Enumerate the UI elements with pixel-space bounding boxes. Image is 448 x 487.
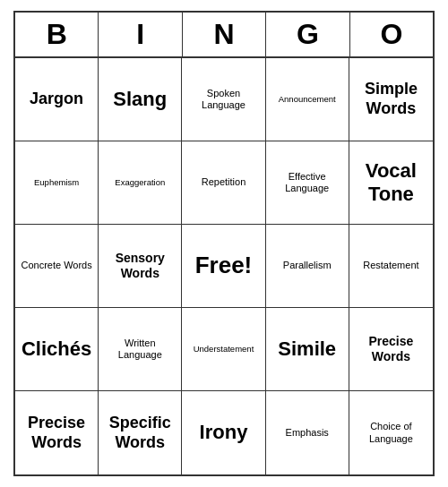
header-letter: G — [266, 13, 349, 58]
bingo-grid: JargonSlangSpoken LanguageAnnouncementSi… — [15, 58, 433, 474]
cell-text: Clichés — [22, 337, 91, 361]
cell-text: Choice of Language — [353, 421, 429, 444]
cell-text: Free! — [195, 252, 253, 279]
grid-cell: Restatement — [349, 225, 433, 308]
grid-cell: Simple Words — [349, 58, 433, 141]
cell-text: Sensory Words — [102, 251, 177, 281]
cell-text: Spoken Language — [185, 88, 261, 111]
grid-cell: Emphasis — [266, 391, 349, 474]
cell-text: Precise Words — [353, 334, 429, 364]
grid-cell: Vocal Tone — [349, 141, 433, 225]
cell-text: Written Language — [102, 337, 177, 361]
bingo-header: BINGO — [15, 13, 433, 58]
cell-text: Simile — [278, 337, 336, 361]
header-letter: I — [99, 13, 182, 58]
grid-cell: Precise Words — [349, 308, 433, 391]
cell-text: Simple Words — [353, 80, 429, 118]
cell-text: Understatement — [194, 344, 254, 354]
grid-cell: Choice of Language — [349, 391, 433, 474]
header-letter: B — [15, 13, 99, 58]
grid-cell: Understatement — [182, 308, 265, 391]
cell-text: Slang — [113, 88, 167, 111]
cell-text: Repetition — [202, 176, 246, 188]
header-letter: O — [350, 13, 433, 58]
cell-text: Parallelism — [283, 260, 332, 271]
grid-cell: Clichés — [15, 308, 99, 391]
bingo-card: BINGO JargonSlangSpoken LanguageAnnounce… — [13, 11, 435, 476]
cell-text: Vocal Tone — [353, 159, 429, 207]
cell-text: Concrete Words — [21, 260, 91, 271]
grid-cell: Concrete Words — [15, 225, 99, 308]
grid-cell: Effective Language — [266, 141, 349, 225]
grid-cell: Spoken Language — [182, 58, 265, 141]
grid-cell: Sensory Words — [99, 225, 182, 308]
cell-text: Exaggeration — [115, 177, 165, 187]
grid-cell: Jargon — [15, 58, 99, 141]
cell-text: Emphasis — [286, 427, 329, 439]
grid-cell: Announcement — [266, 58, 349, 141]
grid-cell: Written Language — [99, 308, 182, 391]
cell-text: Euphemism — [34, 177, 79, 187]
cell-text: Precise Words — [19, 414, 94, 452]
grid-cell: Irony — [182, 391, 265, 474]
grid-cell: Slang — [99, 58, 182, 141]
grid-cell: Euphemism — [15, 141, 99, 225]
cell-text: Jargon — [30, 90, 83, 109]
grid-cell: Specific Words — [99, 391, 182, 474]
header-letter: N — [183, 13, 266, 58]
cell-text: Announcement — [279, 94, 336, 104]
grid-cell: Simile — [266, 308, 349, 391]
cell-text: Specific Words — [102, 414, 177, 452]
cell-text: Restatement — [363, 260, 418, 271]
grid-cell: Exaggeration — [99, 141, 182, 225]
grid-cell: Precise Words — [15, 391, 99, 474]
grid-cell: Repetition — [182, 141, 265, 225]
cell-text: Effective Language — [270, 171, 345, 194]
grid-cell: Free! — [182, 225, 265, 308]
cell-text: Irony — [200, 421, 248, 444]
grid-cell: Parallelism — [266, 225, 349, 308]
